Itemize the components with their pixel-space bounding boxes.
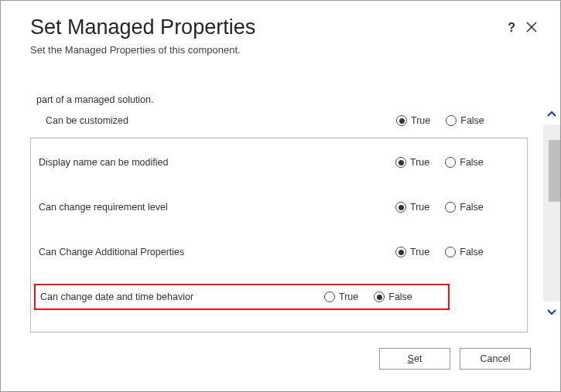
property-row-date-time-behavior: Can change date and time behavior True F… (34, 284, 450, 310)
radio-true[interactable]: True (395, 202, 429, 213)
radio-icon (395, 157, 406, 168)
radio-label: True (411, 115, 430, 126)
radio-label: False (460, 202, 484, 213)
radio-true[interactable]: True (396, 115, 430, 126)
radio-icon (445, 202, 456, 213)
property-label: Can be customized (46, 115, 396, 126)
radio-label: False (460, 247, 484, 257)
radio-label: True (410, 157, 429, 168)
scroll-down-button[interactable] (543, 302, 560, 322)
radio-false[interactable]: False (446, 115, 484, 126)
property-label: Can change date and time behavior (39, 291, 324, 302)
property-label: Display name can be modified (37, 157, 395, 168)
radio-label: True (339, 291, 358, 302)
radio-true[interactable]: True (395, 157, 429, 168)
inner-properties-box: Display name can be modified True False … (30, 138, 528, 332)
set-button[interactable]: Set (379, 348, 450, 370)
radio-group: True False (395, 157, 519, 168)
dialog-title: Set Managed Properties (30, 15, 537, 39)
property-row-requirement-level: Can change requirement level True False (37, 194, 519, 220)
radio-icon (445, 247, 456, 257)
radio-group: True False (324, 291, 448, 302)
scrollbar-thumb[interactable] (549, 140, 560, 202)
radio-group: True False (395, 202, 519, 213)
property-label: Can change requirement level (37, 202, 395, 213)
close-icon[interactable] (526, 22, 537, 35)
property-row-display-name: Display name can be modified True False (37, 149, 519, 176)
radio-icon (374, 291, 385, 302)
content-area: part of a managed solution. Can be custo… (30, 97, 528, 332)
radio-false[interactable]: False (445, 247, 484, 257)
property-row-can-be-customized: Can be customized True False (46, 111, 520, 130)
radio-label: False (460, 157, 484, 168)
radio-icon (324, 291, 335, 302)
cancel-button[interactable]: Cancel (460, 348, 531, 370)
radio-false[interactable]: False (445, 157, 484, 168)
property-row-additional-properties: Can Change Additional Properties True Fa… (37, 239, 519, 265)
radio-group: True False (395, 247, 519, 257)
truncated-description: part of a managed solution. (36, 94, 154, 105)
radio-icon (396, 115, 407, 126)
radio-label: False (460, 115, 484, 126)
radio-false[interactable]: False (445, 202, 484, 213)
radio-group: True False (396, 115, 520, 126)
dialog-subtitle: Set the Managed Properties of this compo… (30, 44, 537, 56)
scroll-up-button[interactable] (543, 104, 560, 124)
radio-true[interactable]: True (324, 291, 358, 302)
radio-true[interactable]: True (395, 247, 429, 257)
radio-icon (395, 247, 406, 257)
radio-label: False (388, 291, 412, 302)
radio-icon (395, 202, 406, 213)
property-label: Can Change Additional Properties (37, 247, 395, 257)
radio-label: True (410, 247, 429, 257)
radio-label: True (410, 202, 429, 213)
radio-false[interactable]: False (374, 291, 412, 302)
radio-icon (445, 157, 456, 168)
radio-icon (446, 115, 457, 126)
help-icon[interactable]: ? (508, 21, 515, 35)
